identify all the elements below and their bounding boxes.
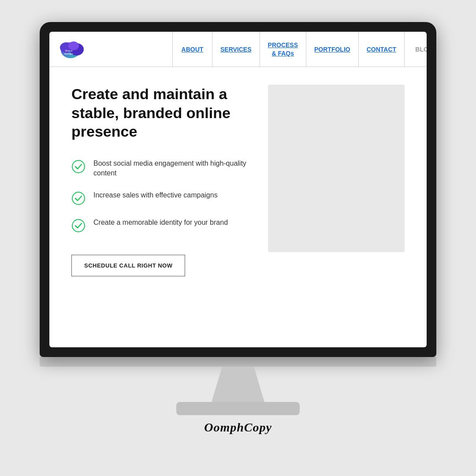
monitor-body: Brand Manager ABOUT SERVICES PROCESS& FA… — [40, 22, 436, 357]
monitor-brand-label: OomphCopy — [204, 420, 272, 435]
monitor-stand-base — [176, 402, 300, 415]
nav-services[interactable]: SERVICES — [212, 32, 260, 67]
left-content: Create and maintain a stable, branded on… — [71, 85, 255, 330]
nav-about[interactable]: ABOUT — [173, 32, 212, 67]
checklist-item-3: Create a memorable identity for your bra… — [71, 218, 255, 233]
nav-blog[interactable]: BLOG — [405, 32, 427, 67]
checklist-item-1: Boost social media engagement with high-… — [71, 159, 255, 178]
svg-point-6 — [72, 160, 85, 173]
checklist: Boost social media engagement with high-… — [71, 159, 255, 233]
check-icon-3 — [71, 219, 86, 233]
nav-contact[interactable]: CONTACT — [359, 32, 405, 67]
nav-links: ABOUT SERVICES PROCESS& FAQs PORTFOLIO C… — [173, 32, 427, 67]
monitor-chin — [40, 357, 436, 367]
screen: Brand Manager ABOUT SERVICES PROCESS& FA… — [49, 32, 427, 347]
hero-image-placeholder — [268, 85, 405, 252]
check-icon-1 — [71, 160, 86, 174]
checklist-text-1: Boost social media engagement with high-… — [93, 159, 255, 178]
checklist-item-2: Increase sales with effective campaigns — [71, 190, 255, 205]
checklist-text-2: Increase sales with effective campaigns — [93, 190, 218, 200]
logo-section: Brand Manager — [49, 32, 173, 67]
svg-point-3 — [68, 41, 79, 50]
monitor-wrapper: Brand Manager ABOUT SERVICES PROCESS& FA… — [40, 22, 436, 454]
checklist-text-3: Create a memorable identity for your bra… — [93, 218, 228, 227]
svg-point-8 — [72, 219, 85, 232]
navigation: Brand Manager ABOUT SERVICES PROCESS& FA… — [49, 32, 427, 67]
nav-portfolio[interactable]: PORTFOLIO — [306, 32, 359, 67]
logo-icon: Brand Manager — [58, 37, 89, 61]
nav-process[interactable]: PROCESS& FAQs — [260, 32, 306, 67]
monitor-stand-neck — [212, 367, 264, 402]
hero-title: Create and maintain a stable, branded on… — [71, 85, 255, 141]
svg-text:Brand: Brand — [65, 49, 72, 52]
schedule-call-button[interactable]: SCHEDULE CALL RIGHT NOW — [71, 255, 185, 276]
main-content: Create and maintain a stable, branded on… — [49, 67, 427, 347]
svg-text:Manager: Manager — [64, 52, 73, 55]
svg-point-7 — [72, 192, 85, 205]
check-icon-2 — [71, 191, 86, 205]
